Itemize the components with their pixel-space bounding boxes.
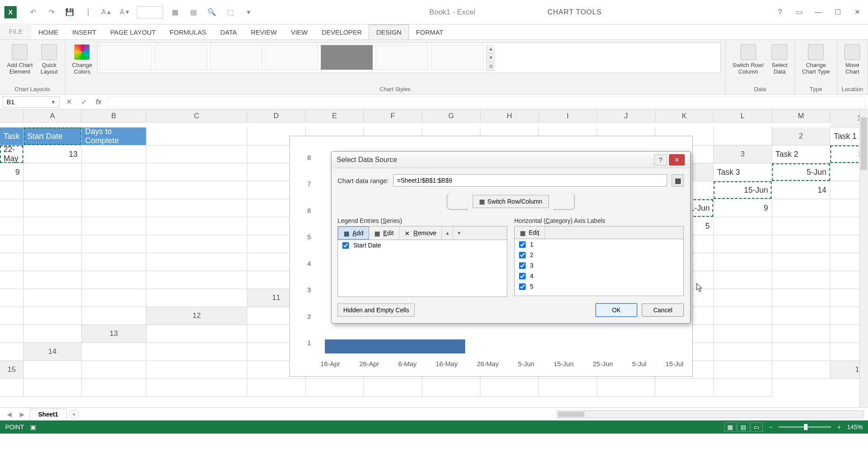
cell[interactable] [24, 271, 82, 289]
cell[interactable] [146, 325, 247, 343]
cell[interactable] [24, 361, 82, 379]
cell[interactable] [82, 379, 146, 397]
row-header[interactable]: 2 [772, 127, 830, 145]
column-header[interactable]: F [364, 109, 422, 123]
cell[interactable] [0, 289, 24, 307]
qat-dropdown[interactable] [137, 6, 163, 18]
column-header[interactable]: C [146, 109, 247, 123]
cell[interactable] [772, 217, 830, 235]
qat-icon-3[interactable]: 🔍 [204, 5, 219, 20]
zoom-out[interactable]: − [769, 424, 772, 431]
cell[interactable] [772, 325, 830, 343]
cell[interactable] [0, 343, 24, 361]
select-all-corner[interactable] [0, 109, 24, 123]
name-box[interactable]: B1▼ [3, 96, 60, 108]
cell[interactable]: Task 2 [772, 145, 830, 163]
minimize-button[interactable]: — [812, 6, 825, 19]
cell[interactable] [247, 379, 306, 397]
tab-design[interactable]: DESIGN [369, 25, 409, 39]
tab-view[interactable]: VIEW [284, 25, 314, 39]
cell[interactable] [146, 253, 247, 271]
cell[interactable] [146, 289, 247, 307]
cancel-button[interactable]: Cancel [642, 304, 684, 317]
cell[interactable] [714, 343, 772, 361]
row-header[interactable]: 15 [0, 361, 24, 379]
cell[interactable] [772, 199, 830, 217]
cell[interactable] [146, 127, 247, 145]
cell[interactable] [772, 307, 830, 325]
dialog-help-button[interactable]: ? [654, 154, 667, 166]
view-page-layout[interactable]: ▤ [737, 422, 750, 432]
cell[interactable] [146, 343, 247, 361]
series-add-button[interactable]: ▦Add [338, 226, 369, 240]
formula-input[interactable] [108, 96, 865, 108]
cell[interactable] [772, 253, 830, 271]
cell[interactable] [0, 379, 24, 397]
column-header[interactable]: A [24, 109, 82, 123]
tab-format[interactable]: FORMAT [409, 25, 450, 39]
formula-enter[interactable]: ✓ [78, 96, 89, 108]
cell[interactable] [24, 307, 82, 325]
cell[interactable] [714, 325, 772, 343]
cell[interactable] [772, 289, 830, 307]
qat-more[interactable]: ▾ [241, 5, 256, 20]
cell[interactable] [24, 181, 82, 199]
zoom-level[interactable]: 145% [847, 424, 863, 431]
cell[interactable] [82, 271, 146, 289]
column-header[interactable]: D [247, 109, 306, 123]
cell[interactable] [146, 271, 247, 289]
cell[interactable]: 9 [714, 199, 772, 217]
select-data-button[interactable]: Select Data [769, 42, 790, 77]
row-header[interactable]: 13 [82, 325, 146, 343]
qat-icon-2[interactable]: ▤ [186, 5, 201, 20]
cell[interactable] [0, 271, 24, 289]
ribbon-collapse-icon[interactable]: ▭ [793, 6, 806, 19]
column-header[interactable]: G [422, 109, 480, 123]
maximize-button[interactable]: ☐ [831, 6, 844, 19]
column-header[interactable]: B [82, 109, 146, 123]
cell[interactable] [772, 235, 830, 253]
cell[interactable] [24, 289, 82, 307]
cell[interactable] [714, 253, 772, 271]
column-header[interactable]: J [597, 109, 655, 123]
series-remove-button[interactable]: ✕Remove [399, 226, 442, 240]
series-list[interactable]: Start Date [338, 240, 507, 297]
tab-home[interactable]: HOME [32, 25, 65, 39]
switch-row-column-button[interactable]: Switch Row/ Column [730, 42, 767, 77]
column-header[interactable]: H [480, 109, 539, 123]
cell[interactable] [714, 289, 772, 307]
cell[interactable]: 5-Jun [772, 163, 830, 181]
cell[interactable]: Start Date [24, 127, 82, 145]
cell[interactable] [82, 289, 146, 307]
row-header[interactable]: 12 [146, 307, 247, 325]
sheet-tab-sheet1[interactable]: Sheet1 [30, 409, 67, 420]
cell[interactable] [82, 253, 146, 271]
tab-insert[interactable]: INSERT [65, 25, 103, 39]
view-normal[interactable]: ▦ [724, 422, 736, 432]
sheet-nav-next[interactable]: ▶ [17, 411, 27, 418]
cell[interactable] [422, 379, 480, 397]
cell[interactable] [714, 217, 772, 235]
ok-button[interactable]: OK [595, 303, 637, 317]
cell[interactable] [24, 235, 82, 253]
chart-style-gallery[interactable]: ▲▼⊟ [97, 42, 721, 73]
cell[interactable] [772, 343, 830, 361]
row-header[interactable]: 14 [24, 343, 82, 361]
cell[interactable] [82, 145, 146, 163]
formula-cancel[interactable]: ✕ [63, 96, 75, 108]
change-chart-type-button[interactable]: Change Chart Type [799, 42, 832, 77]
cell[interactable] [714, 361, 772, 379]
cell[interactable] [24, 253, 82, 271]
cell[interactable] [82, 217, 146, 235]
cell[interactable] [82, 361, 146, 379]
cell[interactable] [146, 145, 247, 163]
tab-review[interactable]: REVIEW [244, 25, 284, 39]
quick-layout-button[interactable]: Quick Layout [38, 42, 60, 77]
tab-page-layout[interactable]: PAGE LAYOUT [103, 25, 163, 39]
cell[interactable] [24, 217, 82, 235]
column-header[interactable]: L [714, 109, 772, 123]
tab-file[interactable]: FILE [0, 23, 32, 39]
cell[interactable] [0, 307, 24, 325]
cell[interactable]: Task 3 [714, 163, 772, 181]
cell[interactable] [146, 235, 247, 253]
